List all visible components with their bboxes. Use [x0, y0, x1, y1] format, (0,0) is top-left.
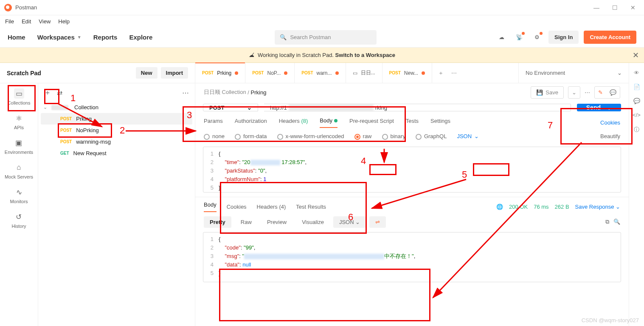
body-format-selector[interactable]: JSON⌄ — [457, 133, 479, 139]
sidenav-environments[interactable]: ▣Environments — [5, 138, 33, 155]
vm-visualize[interactable]: Visualize — [296, 216, 330, 228]
tab-new[interactable]: POSTNew... — [382, 63, 433, 83]
menu-help[interactable]: Help — [58, 18, 70, 25]
save-dropdown[interactable]: ⌄ — [568, 86, 580, 99]
resp-tab-body[interactable]: Body — [204, 201, 217, 212]
collection-row[interactable]: ⌄ Collection — [41, 102, 192, 113]
tab-headers[interactable]: Headers (8) — [279, 118, 308, 128]
globe-icon[interactable]: 🌐 — [496, 204, 503, 210]
close-icon[interactable]: ✕ — [630, 4, 636, 11]
environment-selector[interactable]: No Environment⌄ — [518, 63, 629, 83]
request-row-new[interactable]: GET New Request — [41, 147, 192, 159]
more-icon[interactable]: ⋯ — [585, 89, 590, 96]
banner-text: Working locally in Scratch Pad. — [258, 52, 334, 58]
cookies-link[interactable]: Cookies — [600, 119, 620, 126]
request-row-noprking[interactable]: POST NoPrking — [41, 125, 192, 136]
chevron-down-icon: ⌄ — [247, 105, 252, 111]
method-selector[interactable]: POST⌄ — [203, 104, 258, 111]
search-input[interactable]: 🔍 Search Postman — [275, 30, 377, 45]
sidenav-apis[interactable]: ⚛APIs — [14, 113, 24, 130]
tab-more-icon[interactable]: ⋯ — [451, 70, 457, 76]
docs-icon[interactable]: 📄 — [633, 84, 640, 90]
filter-icon[interactable]: ⇄ — [57, 89, 62, 97]
tab-noprking[interactable]: POSTNoP... — [245, 63, 295, 83]
sidenav-monitors[interactable]: ∿Monitors — [10, 187, 28, 204]
copy-icon[interactable]: ⧉ — [605, 218, 609, 225]
request-body-editor[interactable]: 12345 { "time": "20 17:28:57", "parkStat… — [203, 147, 621, 193]
response-time: 76 ms — [534, 204, 548, 210]
tab-tests[interactable]: Tests — [406, 118, 419, 128]
request-row-warning[interactable]: POST warnning-msg — [41, 136, 192, 147]
resp-tab-headers[interactable]: Headers (4) — [257, 204, 286, 210]
tab-prking[interactable]: POSTPrking — [195, 63, 245, 83]
nav-explore[interactable]: Explore — [129, 34, 152, 41]
eye-icon[interactable]: 👁 — [634, 70, 639, 76]
view-segment[interactable]: ✎💬 — [594, 86, 620, 99]
more-icon[interactable]: ⋯ — [182, 89, 189, 97]
menu-file[interactable]: File — [5, 18, 14, 25]
method-badge: GET — [60, 151, 69, 156]
send-button[interactable]: Send⌄ — [577, 104, 621, 111]
minimize-icon[interactable]: — — [593, 4, 599, 11]
add-tab-icon[interactable]: ＋ — [438, 69, 444, 77]
bodytype-urlencoded[interactable]: x-www-form-urlencoded — [277, 133, 344, 140]
response-body-editor[interactable]: 12345 { "code": "99", "msg": "中不存在！", "d… — [203, 232, 621, 282]
bodytype-raw[interactable]: raw — [354, 133, 372, 140]
tab-prerequest[interactable]: Pre-request Script — [349, 118, 394, 128]
tab-collection[interactable]: ▭日日... — [346, 63, 382, 83]
tab-warn[interactable]: POSTwarn... — [295, 63, 346, 83]
vm-pretty[interactable]: Pretty — [204, 216, 231, 228]
bodytype-graphql[interactable]: GraphQL — [416, 133, 447, 140]
resp-tab-cookies[interactable]: Cookies — [227, 204, 247, 210]
sync-icon[interactable]: ☁ — [495, 31, 508, 44]
resp-tab-testresults[interactable]: Test Results — [296, 204, 326, 210]
beautify-link[interactable]: Beautify — [600, 133, 620, 139]
capture-icon[interactable]: 📡 — [513, 31, 526, 44]
top-nav: Home Workspaces▼ Reports Explore 🔍 Searc… — [0, 27, 644, 48]
bodytype-binary[interactable]: binary — [382, 133, 405, 140]
signin-button[interactable]: Sign In — [548, 31, 579, 44]
bodytype-formdata[interactable]: form-data — [235, 133, 267, 140]
save-button[interactable]: 💾Save — [531, 86, 564, 99]
add-icon[interactable]: ＋ — [44, 88, 51, 97]
new-button[interactable]: New — [136, 67, 157, 79]
sidenav-mock-servers[interactable]: ⌂Mock Servers — [5, 162, 33, 179]
nav-home[interactable]: Home — [8, 34, 25, 41]
vm-preview[interactable]: Preview — [261, 216, 292, 228]
search-response-icon[interactable]: 🔍 — [613, 218, 620, 225]
sidenav-history[interactable]: ↺History — [11, 212, 26, 229]
maximize-icon[interactable]: ☐ — [612, 4, 618, 11]
collapse-icon[interactable]: ⌄ — [43, 105, 47, 110]
import-button[interactable]: Import — [161, 67, 188, 79]
code-icon[interactable]: </> — [633, 112, 641, 118]
create-account-button[interactable]: Create Account — [584, 31, 636, 44]
settings-icon[interactable]: ⚙ — [531, 31, 543, 44]
tab-params[interactable]: Params — [204, 118, 223, 128]
vm-raw[interactable]: Raw — [235, 216, 258, 228]
obscured-text — [289, 104, 374, 111]
url-input[interactable]: http://1rking — [264, 104, 571, 111]
save-response-link[interactable]: Save Response ⌄ — [575, 204, 620, 210]
request-row-prking[interactable]: POST Prking — [41, 113, 192, 125]
left-panel-header: Scratch Pad New Import — [0, 63, 195, 83]
nav-reports[interactable]: Reports — [93, 34, 118, 41]
search-icon: 🔍 — [280, 34, 287, 40]
tab-authorization[interactable]: Authorization — [235, 118, 267, 128]
menu-view[interactable]: View — [39, 18, 51, 25]
banner-link[interactable]: Switch to a Workspace — [335, 52, 395, 58]
comments-icon[interactable]: 💬 — [633, 98, 640, 104]
wrap-icon[interactable]: ⇌ — [369, 216, 386, 228]
menu-edit[interactable]: Edit — [22, 18, 31, 25]
response-format-selector[interactable]: JSON ⌄ — [333, 216, 366, 228]
info-icon[interactable]: ⓘ — [634, 126, 639, 133]
breadcrumb-parent[interactable]: 日日顺 Collection — [204, 88, 246, 96]
nav-workspaces[interactable]: Workspaces▼ — [37, 34, 82, 41]
bodytype-none[interactable]: none — [204, 133, 225, 140]
breadcrumb-current: Prking — [251, 89, 267, 96]
tab-actions: ＋ ⋯ — [432, 63, 463, 83]
tab-body[interactable]: Body — [320, 117, 337, 128]
sidenav-collections[interactable]: ▭Collections — [8, 88, 31, 105]
monitors-icon: ∿ — [14, 187, 24, 197]
banner-close-icon[interactable]: ✕ — [633, 51, 639, 60]
tab-settings[interactable]: Settings — [430, 118, 450, 128]
